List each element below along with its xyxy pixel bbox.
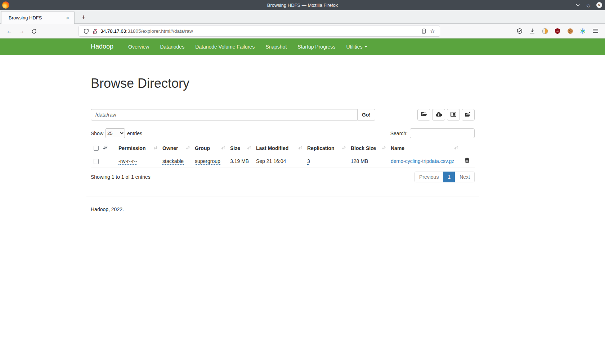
insecure-lock-icon[interactable]: [90, 27, 99, 36]
permission-cell[interactable]: -rw-r--r--: [118, 158, 137, 165]
shield-check-icon[interactable]: [515, 26, 524, 36]
upload-files-button[interactable]: [432, 109, 445, 120]
page-header: Browse Directory: [91, 76, 475, 102]
folder-open-icon: [421, 112, 427, 118]
column-header-permission[interactable]: Permission: [116, 142, 160, 154]
replication-cell[interactable]: 3: [307, 158, 310, 165]
brand-hadoop[interactable]: Hadoop: [91, 43, 113, 50]
close-window-icon[interactable]: ×: [596, 2, 602, 8]
firefox-logo-icon: [2, 1, 9, 9]
sort-icon: [221, 145, 225, 151]
move-to-directory-button[interactable]: [462, 109, 475, 120]
url-bar[interactable]: 34.78.17.63:31805/explorer.html#/data/ra…: [79, 26, 440, 37]
tab-browsing-hdfs[interactable]: Browsing HDFS ×: [1, 11, 75, 24]
select-all-checkbox[interactable]: [94, 146, 99, 151]
colorful-asterisk-icon[interactable]: [578, 26, 587, 36]
last-modified-cell: Sep 21 16:04: [256, 158, 286, 164]
search-label: Search:: [390, 131, 408, 136]
pagination-page-1[interactable]: 1: [443, 172, 455, 182]
column-header-owner[interactable]: Owner: [160, 142, 192, 154]
sort-ascending-icon: [103, 145, 108, 151]
nav-item-snapshot[interactable]: Snapshot: [260, 38, 292, 55]
explorer-actions: [417, 109, 475, 120]
column-header-last-modified[interactable]: Last Modified: [253, 142, 304, 154]
column-header-name[interactable]: Name: [388, 142, 460, 154]
search-input[interactable]: [410, 128, 475, 138]
nav-item-datanodes[interactable]: Datanodes: [154, 38, 190, 55]
column-header-block-size[interactable]: Block Size: [348, 142, 388, 154]
entries-label: entries: [127, 131, 142, 136]
directory-input-group: Go!: [91, 109, 375, 120]
page-length-select[interactable]: 25: [106, 128, 125, 138]
new-tab-button[interactable]: +: [79, 12, 89, 22]
file-name-link[interactable]: demo-cycling-tripdata.csv.gz: [391, 158, 454, 164]
row-checkbox[interactable]: [94, 159, 99, 164]
bookmark-star-icon[interactable]: ☆: [428, 27, 437, 36]
nav-item-datanode-volume-failures[interactable]: Datanode Volume Failures: [190, 38, 260, 55]
page-length-control: Show 25 entries: [91, 128, 142, 138]
tab-title: Browsing HDFS: [9, 15, 64, 21]
sort-icon: [454, 145, 458, 151]
sort-icon: [298, 145, 302, 151]
footer-text: Hadoop, 2022.: [91, 206, 475, 212]
toolbar-extensions: uO: [515, 26, 600, 36]
owner-cell[interactable]: stackable: [162, 158, 184, 165]
window-title: Browsing HDFS — Mozilla Firefox: [0, 3, 605, 8]
directory-table: Permission Owner Group Size Last Modifie…: [91, 142, 475, 168]
folder-move-icon: [465, 112, 471, 118]
column-header-replication[interactable]: Replication: [304, 142, 348, 154]
nav-item-startup-progress[interactable]: Startup Progress: [292, 38, 341, 55]
sort-icon: [382, 145, 386, 151]
cookie-icon[interactable]: [565, 26, 575, 36]
chevron-down-icon: [364, 46, 367, 47]
delete-file-button[interactable]: [463, 158, 471, 164]
footer-divider: [86, 196, 479, 196]
sort-icon: [186, 145, 190, 151]
tab-close-icon[interactable]: ×: [64, 15, 71, 21]
titlebar: Browsing HDFS — Mozilla Firefox ◇ ×: [0, 0, 605, 10]
pagination: Previous 1 Next: [415, 172, 475, 182]
tab-bar: Browsing HDFS × +: [0, 10, 605, 24]
svg-text:uO: uO: [556, 30, 559, 32]
select-all-header[interactable]: [91, 142, 116, 154]
table-search: Search:: [390, 128, 475, 138]
show-label: Show: [91, 131, 103, 136]
sort-icon: [342, 145, 346, 151]
size-cell: 3.19 MB: [230, 158, 249, 164]
minimize-icon[interactable]: [575, 2, 581, 8]
sort-icon: [247, 145, 251, 151]
maximize-icon[interactable]: ◇: [586, 2, 591, 8]
downloads-icon[interactable]: [528, 26, 537, 36]
url-text: 34.78.17.63:31805/explorer.html#/data/ra…: [100, 28, 420, 34]
reader-view-icon[interactable]: [420, 27, 428, 36]
trash-icon: [465, 159, 470, 164]
column-header-size[interactable]: Size: [227, 142, 253, 154]
pagination-next[interactable]: Next: [455, 172, 475, 182]
browser-window: Browsing HDFS — Mozilla Firefox ◇ × Brow…: [0, 0, 605, 364]
forward-icon[interactable]: →: [17, 26, 27, 36]
menu-icon[interactable]: [591, 26, 600, 36]
tracking-shield-icon[interactable]: [82, 27, 90, 36]
table-info: Showing 1 to 1 of 1 entries: [91, 174, 151, 180]
window-controls: ◇ ×: [575, 0, 602, 10]
file-list-button[interactable]: [447, 109, 460, 120]
list-alt-icon: [451, 112, 456, 118]
hadoop-navbar: Hadoop Overview Datanodes Datanode Volum…: [0, 38, 605, 55]
directory-path-input[interactable]: [91, 109, 358, 120]
table-row: -rw-r--r-- stackable supergroup 3.19 MB …: [91, 154, 475, 168]
column-header-group[interactable]: Group: [192, 142, 227, 154]
ublock-origin-icon[interactable]: uO: [553, 26, 562, 36]
go-button[interactable]: Go!: [358, 109, 375, 120]
upload-icon: [436, 112, 442, 118]
pagination-previous[interactable]: Previous: [414, 172, 443, 182]
extension-badge-icon[interactable]: [540, 26, 550, 36]
group-cell[interactable]: supergroup: [195, 158, 220, 165]
create-directory-button[interactable]: [417, 109, 430, 120]
column-header-actions: [460, 142, 475, 154]
page-title: Browse Directory: [91, 76, 475, 91]
back-icon[interactable]: ←: [4, 26, 14, 36]
nav-item-overview[interactable]: Overview: [123, 38, 154, 55]
reload-icon[interactable]: [29, 26, 39, 36]
sort-icon: [153, 145, 158, 151]
nav-item-utilities[interactable]: Utilities: [341, 38, 372, 55]
